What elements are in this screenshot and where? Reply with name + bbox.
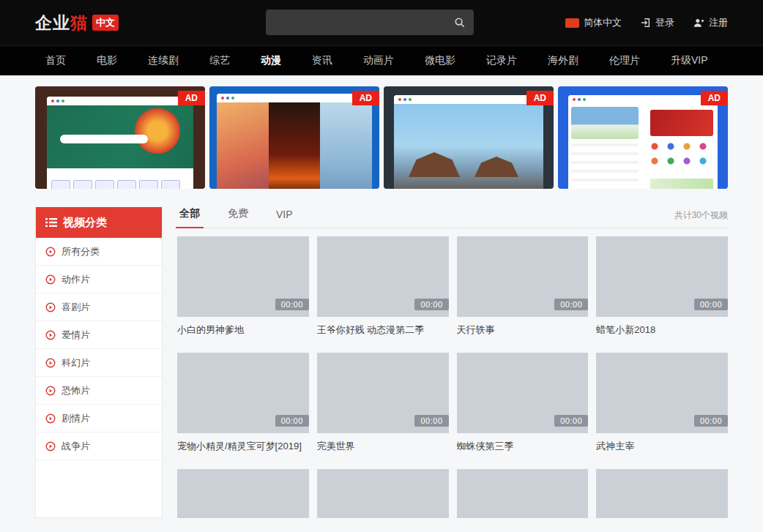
video-thumbnail (457, 469, 589, 518)
sign-in-icon (641, 18, 651, 28)
video-card-partial[interactable] (317, 469, 449, 518)
video-thumbnail (596, 469, 728, 518)
browser-window-mock (217, 94, 372, 189)
sidebar-item-scifi[interactable]: 科幻片 (36, 349, 162, 377)
video-card[interactable]: 00:00 天行轶事 (457, 236, 589, 337)
video-card[interactable]: 00:00 蜘蛛侠第三季 (457, 353, 589, 453)
filter-tabbar: 全部 免费 VIP 共计30个视频 (177, 207, 728, 228)
video-thumbnail: 00:00 (177, 353, 309, 433)
category-sidebar: 视频分类 所有分类 动作片 喜剧片 爱情片 (35, 207, 163, 518)
browser-window-mock (394, 95, 543, 189)
video-thumbnail: 00:00 (596, 236, 728, 317)
sidebar-item-action[interactable]: 动作片 (36, 266, 162, 293)
main-content: 视频分类 所有分类 动作片 喜剧片 爱情片 (35, 207, 728, 518)
duration-badge: 00:00 (554, 415, 588, 427)
video-card[interactable]: 00:00 完美世界 (317, 353, 449, 453)
tab-free[interactable]: 免费 (226, 207, 250, 228)
video-card[interactable]: 00:00 武神主宰 (596, 353, 728, 453)
nav-item-documentary[interactable]: 记录片 (486, 54, 517, 67)
user-plus-icon (693, 18, 704, 28)
window-dots (568, 95, 718, 104)
top-header: 企业猫 中文 简体中文 (0, 0, 763, 45)
video-card-partial[interactable] (596, 469, 728, 518)
nav-item-series[interactable]: 连续剧 (148, 54, 179, 67)
tab-vip[interactable]: VIP (274, 209, 295, 228)
site-logo[interactable]: 企业猫 中文 (35, 12, 119, 34)
ad-banner-1[interactable]: AD (35, 86, 205, 189)
duration-badge: 00:00 (275, 299, 309, 310)
video-card[interactable]: 00:00 小白的男神爹地 (177, 236, 309, 337)
video-grid: 00:00 小白的男神爹地 00:00 王爷你好贱 动态漫第二季 00:00 天… (177, 236, 728, 518)
video-title: 蜡笔小新2018 (596, 323, 728, 337)
sidebar-item-comedy[interactable]: 喜剧片 (36, 293, 162, 321)
play-circle-icon (45, 274, 56, 285)
nav-item-variety[interactable]: 综艺 (209, 54, 230, 67)
video-list-panel: 全部 免费 VIP 共计30个视频 00:00 小白的男神爹地 00:00 王爷… (177, 207, 728, 518)
video-thumbnail: 00:00 (177, 236, 309, 317)
ad-banner-row: AD AD AD (35, 86, 728, 189)
duration-badge: 00:00 (275, 415, 309, 427)
play-circle-icon (45, 386, 56, 396)
login-label: 登录 (655, 16, 674, 29)
sidebar-header: 视频分类 (36, 207, 162, 238)
play-circle-icon (45, 302, 56, 312)
video-title: 武神主宰 (596, 440, 728, 453)
ad-banner-3[interactable]: AD (384, 86, 554, 189)
browser-window-mock (568, 95, 718, 189)
video-thumbnail: 00:00 (317, 236, 449, 317)
ad-banner-2[interactable]: AD (209, 86, 379, 189)
language-switch[interactable]: 简体中文 (565, 16, 622, 29)
window-dots (47, 97, 193, 105)
video-card[interactable]: 00:00 宠物小精灵/精灵宝可梦[2019] (177, 353, 309, 453)
nav-item-news[interactable]: 资讯 (312, 54, 332, 67)
sidebar-item-war[interactable]: 战争片 (36, 432, 162, 460)
sidebar-item-horror[interactable]: 恐怖片 (36, 377, 162, 405)
play-circle-icon (45, 413, 56, 424)
video-thumbnail (317, 469, 449, 518)
play-circle-icon (45, 247, 56, 257)
nav-item-ethics[interactable]: 伦理片 (609, 54, 640, 67)
nav-item-overseas[interactable]: 海外剧 (548, 54, 578, 67)
video-title: 王爷你好贱 动态漫第二季 (317, 323, 449, 337)
logo-text: 企业猫 (35, 12, 88, 34)
duration-badge: 00:00 (694, 299, 728, 310)
video-card-partial[interactable] (457, 469, 589, 518)
main-nav: 首页 电影 连续剧 综艺 动漫 资讯 动画片 微电影 记录片 海外剧 伦理片 升… (0, 45, 763, 75)
video-thumbnail: 00:00 (457, 236, 589, 317)
video-card-partial[interactable] (177, 469, 309, 518)
nav-item-movies[interactable]: 电影 (97, 54, 117, 67)
video-thumbnail: 00:00 (317, 353, 449, 433)
video-title: 小白的男神爹地 (177, 323, 309, 337)
register-link[interactable]: 注册 (693, 16, 728, 29)
nav-item-microfilm[interactable]: 微电影 (425, 54, 455, 67)
search-input[interactable] (266, 10, 444, 35)
ad-banner-4[interactable]: AD (558, 86, 728, 189)
duration-badge: 00:00 (554, 299, 588, 310)
search-button[interactable] (444, 10, 474, 35)
sidebar-item-all-categories[interactable]: 所有分类 (36, 238, 162, 266)
video-title: 宠物小精灵/精灵宝可梦[2019] (177, 440, 309, 453)
tab-all[interactable]: 全部 (177, 207, 202, 228)
search-icon (454, 17, 465, 28)
sidebar-item-drama[interactable]: 剧情片 (36, 405, 162, 432)
search-box[interactable] (266, 10, 474, 35)
window-dots (394, 95, 543, 104)
video-count-text: 共计30个视频 (674, 209, 728, 228)
play-circle-icon (45, 441, 56, 452)
video-card[interactable]: 00:00 蜡笔小新2018 (596, 236, 728, 337)
logo-lang-badge: 中文 (92, 15, 119, 31)
play-circle-icon (45, 330, 56, 340)
nav-item-upgrade-vip[interactable]: 升级VIP (671, 54, 708, 67)
duration-badge: 00:00 (414, 299, 448, 310)
nav-item-cartoon[interactable]: 动画片 (363, 54, 394, 67)
sidebar-title: 视频分类 (63, 216, 107, 230)
play-circle-icon (45, 358, 56, 368)
login-link[interactable]: 登录 (641, 16, 674, 29)
duration-badge: 00:00 (694, 415, 728, 427)
nav-item-home[interactable]: 首页 (45, 54, 66, 67)
sidebar-item-romance[interactable]: 爱情片 (36, 321, 162, 349)
video-thumbnail: 00:00 (596, 353, 728, 433)
video-card[interactable]: 00:00 王爷你好贱 动态漫第二季 (317, 236, 449, 337)
duration-badge: 00:00 (414, 415, 448, 427)
nav-item-anime[interactable]: 动漫 (261, 54, 281, 67)
